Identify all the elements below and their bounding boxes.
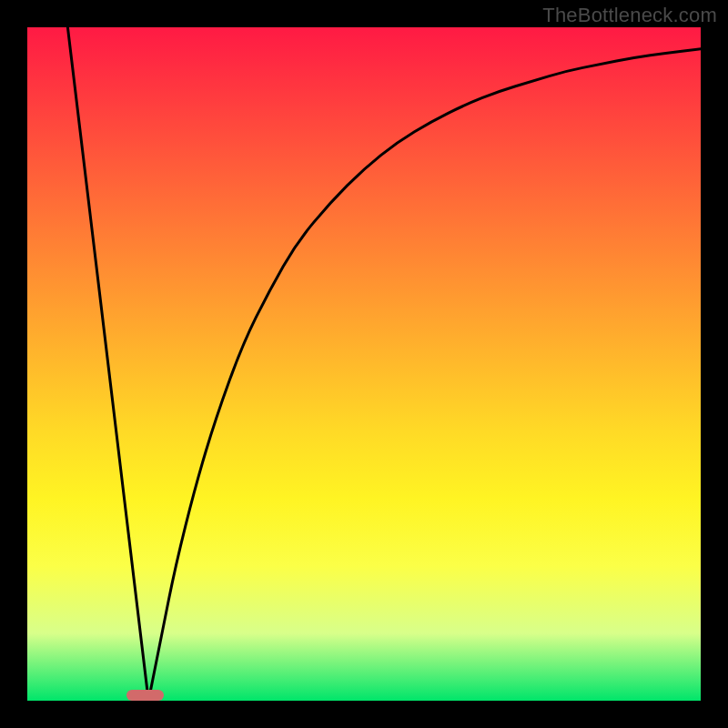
chart-frame: TheBottleneck.com xyxy=(0,0,728,728)
curve-layer xyxy=(27,27,701,701)
curve-left-branch xyxy=(67,27,148,701)
plot-area xyxy=(27,27,701,701)
minimum-marker xyxy=(126,690,164,701)
attribution-text: TheBottleneck.com xyxy=(542,4,717,27)
curve-right-branch xyxy=(148,49,701,701)
